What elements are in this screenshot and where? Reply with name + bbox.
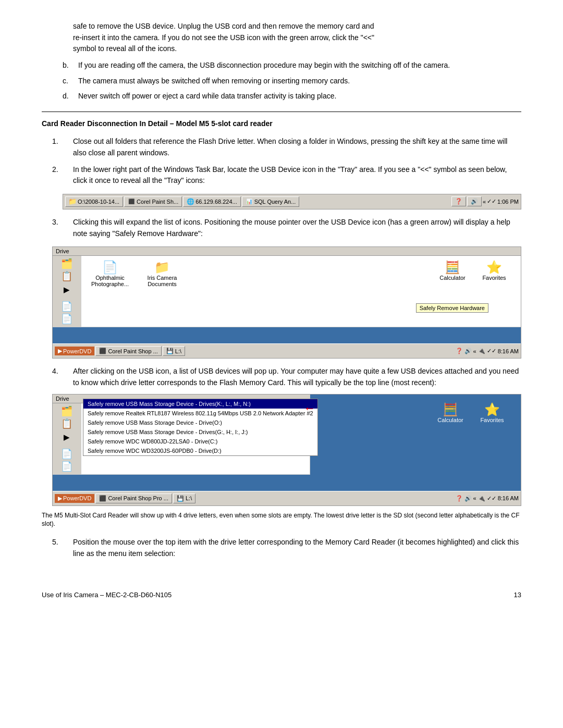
tray-speaker2: 🔊 bbox=[464, 348, 472, 354]
ie-icon: 🌐 bbox=[187, 198, 194, 205]
intro-line3: symbol to reveal all of the icons. bbox=[73, 44, 177, 53]
powerdvd2-btn: ▶ PowerDVD bbox=[55, 494, 94, 503]
tray2-checks: ✓✓ bbox=[487, 495, 496, 502]
num-text-5: Position the mouse over the top item wit… bbox=[73, 537, 521, 559]
num-3: 3. bbox=[52, 217, 73, 239]
tb-ie-label: 66.129.68.224... bbox=[195, 199, 237, 205]
tb-time-1: 1:06 PM bbox=[497, 199, 519, 205]
list-item-d: d. Never switch off power or eject a car… bbox=[42, 91, 521, 102]
sidebar-icon-2: 📋 bbox=[61, 270, 72, 282]
numbered-item-1: 1. Close out all folders that reference … bbox=[42, 136, 521, 158]
num-2: 2. bbox=[52, 164, 73, 187]
num-5: 5. bbox=[52, 537, 73, 559]
tb-corel-label: Corel Paint Sh... bbox=[137, 199, 178, 205]
sidebar2-icon-3: ▶ bbox=[64, 433, 70, 442]
numbered-item-3: 3. Clicking this will expand the list of… bbox=[42, 217, 521, 239]
sidebar-icon-5: 📄 bbox=[61, 313, 72, 325]
right-icons-2: 🧮 Calculator ⭐ Favorites bbox=[432, 402, 510, 423]
tray2-usb: 🔌 bbox=[478, 495, 485, 502]
usb-menu-item-6: Safely remove WDC WD3200JS-60PDB0 - Driv… bbox=[83, 446, 317, 455]
tb-speaker-btn: 🔊 bbox=[467, 196, 482, 206]
sql-icon: 📊 bbox=[246, 198, 253, 205]
list-item-b: b. If you are reading off the camera, th… bbox=[42, 60, 521, 71]
powerdvd-btn: ▶ PowerDVD bbox=[55, 347, 94, 355]
list-text-b: If you are reading off the camera, the U… bbox=[78, 60, 521, 71]
desktop-screenshot-1: Drive 🗂️ 📋 ▶ 📄 📄 📄 OphthalmicPho bbox=[52, 246, 521, 359]
tray-area-1: ❓ 🔊 « 🔌 ✓✓ 8:16 AM bbox=[456, 348, 519, 354]
list-text-c: The camera must always be switched off w… bbox=[78, 76, 521, 87]
section-divider bbox=[42, 112, 521, 112]
footer-note: The M5 Multi-Slot Card Reader will show … bbox=[42, 511, 521, 529]
footer-right: 13 bbox=[514, 591, 521, 599]
favorites2-icon: ⭐ Favorites bbox=[474, 402, 510, 423]
powerdvd-icon: ▶ bbox=[58, 348, 62, 354]
drive-l2-btn: 💾 L:\ bbox=[173, 493, 195, 503]
corel-tb-icon: ⬛ bbox=[99, 348, 106, 354]
list-letter-b: b. bbox=[63, 60, 78, 71]
usb-menu-item-2: Safely remove Realtek RTL8187 Wireless 8… bbox=[83, 409, 317, 418]
footer-left: Use of Iris Camera – MEC-2-CB-D60-N105 bbox=[42, 591, 172, 599]
section-heading: Card Reader Disconnection In Detail – Mo… bbox=[42, 119, 521, 128]
usb-menu-item-1: Safely remove USB Mass Storage Device - … bbox=[83, 399, 317, 409]
corel-icon: ⬛ bbox=[128, 198, 135, 205]
ophthalmic-label: OphthalmicPhotographe... bbox=[91, 275, 129, 287]
sidebar2-icon-1: 🗂️ bbox=[61, 405, 72, 417]
tray2-speaker: 🔊 bbox=[464, 495, 472, 502]
usb-menu-item-4: Safely remove USB Mass Storage Device - … bbox=[83, 427, 317, 437]
favorites-icon-item: ⭐ Favorites bbox=[476, 260, 512, 281]
intro-line1: safe to remove the USB device. Unplug th… bbox=[73, 22, 374, 30]
tb-sql-item: 📊 SQL Query An... bbox=[242, 196, 300, 207]
drive-l-icon: 💾 bbox=[166, 348, 174, 354]
powerdvd2-label: PowerDVD bbox=[63, 495, 91, 501]
list-letter-c: c. bbox=[63, 76, 78, 87]
corel2-tb-icon: ⬛ bbox=[99, 495, 106, 502]
favorites-label: Favorites bbox=[482, 275, 506, 281]
drive-l-label: L:\ bbox=[175, 348, 181, 354]
tb-question-btn: ❓ bbox=[451, 196, 466, 206]
sidebar-icon-3: ▶ bbox=[64, 285, 70, 294]
usb-menu-item-3: Safely remove USB Mass Storage Device - … bbox=[83, 418, 317, 427]
ophthalmic-icon-item: 📄 OphthalmicPhotographe... bbox=[92, 260, 128, 287]
corel-tb-label: Corel Paint Shop ... bbox=[108, 348, 157, 354]
intro-paragraph: safe to remove the USB device. Unplug th… bbox=[73, 21, 521, 55]
sidebar2-icon-4: 📄 bbox=[61, 448, 72, 460]
tb-sql-label: SQL Query An... bbox=[254, 199, 296, 205]
iris-camera-icon-item: 📁 Iris CameraDocuments bbox=[144, 260, 180, 287]
tray-time2: 8:16 AM bbox=[498, 348, 519, 354]
drive-l-btn: 💾 L:\ bbox=[163, 346, 185, 356]
tray-check-icons2: ✓✓ bbox=[487, 348, 496, 354]
favorites2-file-icon: ⭐ bbox=[484, 402, 500, 417]
tb-folder-item: 📁 O:\2008-10-14... bbox=[65, 196, 123, 207]
numbered-item-4: 4. After clicking on the USB icon, a lis… bbox=[42, 366, 521, 388]
list-letter-d: d. bbox=[63, 91, 78, 102]
tb-chevron: « bbox=[483, 199, 486, 205]
powerdvd-label: PowerDVD bbox=[63, 348, 91, 354]
tray-question: ❓ bbox=[456, 348, 463, 354]
drive-label2: Drive bbox=[56, 396, 69, 402]
intro-line2: re-insert it into the camera. If you do … bbox=[73, 33, 374, 42]
num-text-4: After clicking on the USB icon, a list o… bbox=[73, 366, 521, 388]
num-text-1: Close out all folders that reference the… bbox=[73, 136, 521, 158]
list-item-c: c. The camera must always be switched of… bbox=[42, 76, 521, 87]
iris-label: Iris CameraDocuments bbox=[148, 275, 177, 287]
tb-check-icons: ✓✓ bbox=[487, 198, 496, 205]
sidebar2-icon-5: 📄 bbox=[61, 461, 72, 472]
tray-chevron2: « bbox=[473, 348, 476, 354]
tb-ie-item: 🌐 66.129.68.224... bbox=[183, 196, 241, 207]
tray2-chevron: « bbox=[473, 495, 476, 501]
sidebar2-icon-2: 📋 bbox=[61, 418, 72, 429]
favorites2-label: Favorites bbox=[480, 417, 504, 423]
tb-folder-label: O:\2008-10-14... bbox=[78, 199, 119, 205]
calculator2-icon: 🧮 Calculator bbox=[432, 402, 469, 423]
tb-corel-item: ⬛ Corel Paint Sh... bbox=[124, 196, 182, 207]
list-text-d: Never switch off power or eject a card w… bbox=[78, 91, 521, 102]
folder-icon: 📁 bbox=[69, 198, 76, 205]
drive-label: Drive bbox=[56, 248, 69, 254]
corel2-taskbar-btn: ⬛ Corel Paint Shop Pro ... bbox=[95, 493, 172, 503]
page-footer: Use of Iris Camera – MEC-2-CB-D60-N105 1… bbox=[42, 591, 521, 599]
powerdvd2-icon: ▶ bbox=[58, 495, 62, 502]
calculator-icon-item: 🧮 Calculator bbox=[434, 260, 471, 281]
tray-area-2: ❓ 🔊 « 🔌 ✓✓ 8:16 AM bbox=[456, 495, 519, 502]
safely-remove-tooltip: Safely Remove Hardware bbox=[416, 303, 488, 313]
favorites-file-icon: ⭐ bbox=[486, 260, 502, 275]
